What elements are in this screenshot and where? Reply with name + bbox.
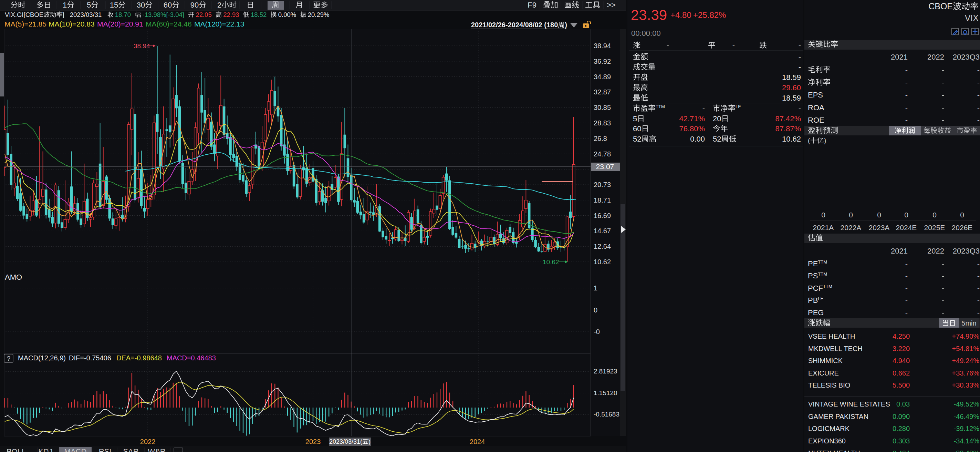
svg-text:]: ] [63, 11, 64, 18]
svg-text:0.662: 0.662 [892, 369, 910, 377]
svg-text:BOLL: BOLL [6, 447, 26, 452]
svg-text:3.220: 3.220 [892, 345, 910, 352]
svg-text:26.8: 26.8 [593, 135, 607, 142]
svg-text:-32.43%: -32.43% [954, 449, 980, 452]
svg-text:DIF=-0.75406: DIF=-0.75406 [69, 354, 111, 362]
svg-text:-: - [799, 104, 801, 113]
svg-text:-34.14%: -34.14% [954, 437, 980, 445]
svg-text:-: - [942, 296, 944, 304]
svg-text:0: 0 [849, 211, 853, 219]
svg-text:2022: 2022 [928, 53, 944, 61]
svg-text:2024E: 2024E [896, 224, 917, 231]
svg-text:KDJ: KDJ [38, 447, 52, 452]
svg-text:): ) [368, 438, 371, 445]
svg-text:18.59: 18.59 [782, 94, 801, 102]
svg-text:4.250: 4.250 [892, 333, 910, 340]
svg-text:14.67: 14.67 [593, 227, 611, 235]
svg-text:GAMER PAKISTAN: GAMER PAKISTAN [808, 413, 869, 420]
svg-text:EXICURE: EXICURE [808, 369, 839, 377]
svg-text:-: - [977, 272, 980, 280]
svg-text:SAR: SAR [123, 447, 138, 452]
svg-text:0.00%: 0.00% [278, 11, 296, 18]
svg-text:-: - [702, 104, 705, 113]
svg-text:TTM: TTM [818, 272, 827, 277]
svg-text:24.78: 24.78 [593, 150, 611, 158]
svg-text:PB: PB [808, 296, 818, 304]
svg-text:2021/02/26-2024/08/02 (180: 2021/02/26-2024/08/02 (180 [471, 21, 558, 29]
svg-text:-: - [799, 41, 801, 49]
svg-text:VSEE HEALTH: VSEE HEALTH [808, 333, 855, 340]
svg-text:MA(10)=20.83: MA(10)=20.83 [49, 20, 95, 28]
svg-text:30: 30 [137, 1, 145, 9]
svg-text:5: 5 [633, 115, 637, 123]
svg-text:10.62: 10.62 [542, 258, 559, 266]
svg-text:-: - [942, 272, 944, 280]
svg-text:2021: 2021 [891, 247, 908, 255]
svg-text:LOGICMARK: LOGICMARK [808, 425, 850, 432]
svg-text:5min: 5min [961, 319, 976, 327]
svg-text:-: - [942, 78, 944, 87]
svg-text:TTM: TTM [823, 284, 832, 289]
svg-text:-: - [942, 284, 944, 293]
svg-text:15: 15 [110, 1, 118, 9]
svg-text:-: - [942, 65, 944, 74]
svg-text:1.15120: 1.15120 [593, 389, 617, 396]
svg-text:-: - [977, 259, 980, 268]
svg-text:29.60: 29.60 [782, 83, 801, 92]
svg-text:RSI: RSI [99, 447, 111, 452]
svg-text:20: 20 [713, 115, 721, 123]
svg-text:60: 60 [164, 1, 172, 9]
svg-text:+4.80: +4.80 [670, 10, 692, 20]
svg-text:22.05: 22.05 [196, 11, 212, 18]
svg-text:-: - [977, 103, 980, 112]
svg-text:-: - [942, 103, 944, 112]
svg-text:0.404: 0.404 [892, 449, 910, 452]
svg-text:90: 90 [191, 1, 199, 9]
svg-text:5: 5 [87, 1, 91, 9]
svg-text:-: - [942, 91, 944, 99]
svg-text:2023A: 2023A [869, 224, 890, 231]
svg-text:-: - [905, 296, 908, 304]
svg-text:-: - [977, 284, 980, 293]
svg-text:10.62: 10.62 [593, 258, 611, 266]
svg-text:0: 0 [593, 306, 597, 314]
svg-text:MA(120)=22.13: MA(120)=22.13 [194, 20, 244, 28]
svg-text:-0.51683: -0.51683 [593, 411, 619, 418]
svg-text:0.303: 0.303 [892, 437, 910, 445]
svg-text:87.42%: 87.42% [775, 115, 801, 123]
svg-text:): ) [565, 21, 567, 29]
svg-text:+25.82%: +25.82% [693, 10, 726, 20]
svg-text:-: - [977, 116, 980, 124]
svg-text:-: - [942, 259, 944, 268]
svg-text:18.70: 18.70 [115, 11, 131, 18]
svg-text:0: 0 [932, 211, 937, 219]
svg-text:0: 0 [877, 211, 881, 219]
svg-text:LF: LF [735, 104, 741, 109]
svg-text:-: - [799, 63, 801, 71]
svg-text:LF: LF [818, 296, 823, 301]
svg-text:36.92: 36.92 [593, 57, 611, 65]
svg-text:-46.49%: -46.49% [954, 413, 980, 420]
svg-text:-: - [905, 116, 908, 124]
svg-text:0.03: 0.03 [896, 400, 910, 408]
svg-text:30.85: 30.85 [593, 104, 611, 111]
svg-text:VIX: VIX [965, 13, 979, 23]
svg-text:VINTAGE WINE ESTATES: VINTAGE WINE ESTATES [808, 400, 890, 408]
svg-text:2023/03/31(: 2023/03/31( [329, 438, 362, 445]
svg-text:60: 60 [633, 124, 641, 133]
svg-text:PEG: PEG [808, 308, 824, 317]
svg-text:-: - [942, 116, 944, 124]
svg-text:16.69: 16.69 [593, 212, 611, 220]
svg-text:0: 0 [904, 211, 908, 219]
svg-text:1: 1 [63, 1, 67, 9]
svg-text:32.87: 32.87 [593, 88, 611, 96]
svg-text:2024: 2024 [470, 438, 485, 446]
svg-text:MA(60)=24.46: MA(60)=24.46 [146, 20, 192, 28]
svg-text:2026E: 2026E [952, 224, 973, 231]
svg-text:+49.24%: +49.24% [952, 357, 980, 364]
svg-text:MA(5)=21.85: MA(5)=21.85 [5, 20, 46, 28]
svg-text:W&R: W&R [148, 447, 165, 452]
svg-text:-: - [905, 91, 908, 99]
svg-text:2021A: 2021A [813, 224, 834, 231]
svg-text:12.64: 12.64 [593, 242, 611, 250]
